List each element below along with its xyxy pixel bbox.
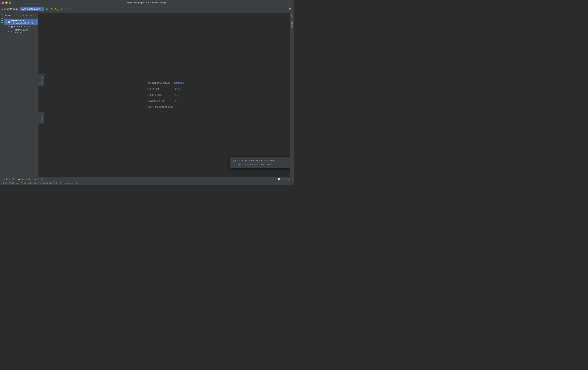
- build-button[interactable]: 🔨: [50, 7, 54, 11]
- todo-tab[interactable]: ☰ 6: TODO: [32, 177, 47, 181]
- main-content-area: Search Everywhere Double ⇧ Go to File ⇧⌘…: [38, 13, 294, 177]
- tree-item-external-libs[interactable]: ▶ 📚 External Libraries: [4, 25, 38, 28]
- panel-title: Project: [5, 14, 21, 17]
- toolbar: MyFirstPlugin Add Configuration... ▶ 🔨 🐛…: [0, 5, 294, 13]
- tree-item-scratches[interactable]: ▶ ✎ Scratches and Consoles: [4, 28, 38, 34]
- add-configuration-button[interactable]: Add Configuration...: [20, 7, 44, 11]
- library-icon: 📚: [10, 25, 13, 28]
- hint-search-everywhere: Search Everywhere Double ⇧: [147, 81, 185, 84]
- tree-label-root: MyFirstPlugin ~/Desktop/MyFirstPlugin: [11, 19, 36, 24]
- title-bar: MyFirstPlugin [~/Desktop/MyFirstPlugin]: [0, 0, 294, 5]
- luacheck-icon: 🌙: [18, 178, 20, 180]
- hint-label-nav: Navigation Bar: [147, 99, 172, 102]
- tree-arrow-external-libs: ▶: [8, 26, 10, 28]
- hint-label-drop: Drop files here to open: [147, 105, 174, 108]
- status-message: IntelliJ IDEA found a Gradle build scrip…: [1, 182, 293, 184]
- notification-title-row: ℹ IntelliJ IDEA found a Gradle build scr…: [233, 159, 287, 162]
- terminal-label: Terminal: [6, 178, 14, 180]
- maximize-button[interactable]: [9, 1, 11, 4]
- hint-label-goto: Go to File: [147, 87, 172, 90]
- terminal-icon: ⊡: [3, 178, 5, 180]
- event-log-label: Event Log: [281, 178, 290, 180]
- debug-button[interactable]: 🐛: [54, 7, 58, 11]
- notification-title: IntelliJ IDEA found a Gradle build scrip…: [235, 159, 274, 162]
- status-bar: IntelliJ IDEA found a Gradle build scrip…: [0, 181, 294, 185]
- coverage-button[interactable]: ⚡: [59, 7, 63, 11]
- skip-link[interactable]: Skip: [261, 163, 265, 166]
- structure-tab[interactable]: 2: Structure: [38, 74, 44, 86]
- hint-label-recent: Recent Files: [147, 93, 172, 96]
- app-name: MyFirstPlugin: [1, 8, 18, 10]
- event-log-tab[interactable]: 📋 Event Log: [276, 177, 293, 181]
- todo-icon: ☰: [34, 178, 36, 180]
- panel-layout-icon[interactable]: ⊟: [25, 14, 29, 17]
- notification-info-icon: ℹ: [233, 159, 234, 162]
- panel-close-icon[interactable]: ×: [34, 14, 37, 17]
- hint-navigation-bar: Navigation Bar ⌘↑: [147, 99, 185, 102]
- minimize-button[interactable]: [5, 1, 8, 4]
- terminal-tab[interactable]: ⊡ Terminal: [1, 177, 16, 181]
- coverage2-button[interactable]: ⊘: [68, 7, 72, 11]
- hint-recent-files: Recent Files ⌘E: [147, 93, 185, 96]
- panel-header-icons: ⊕ ⊟ ⚙ ×: [21, 14, 37, 17]
- tree-item-root[interactable]: ▶ 📁 MyFirstPlugin ~/Desktop/MyFirstPlugi…: [4, 19, 38, 25]
- help-link[interactable]: Help: [267, 163, 272, 166]
- scratches-icon: ✎: [10, 30, 13, 33]
- tree-arrow-root: ▶: [6, 21, 7, 23]
- luacheck-label: LuaCheck: [21, 178, 31, 180]
- panel-sync-icon[interactable]: ⊕: [21, 14, 24, 17]
- bottom-bar: ⊡ Terminal 🌙 LuaCheck ☰ 6: TODO 📋 Event …: [0, 177, 294, 181]
- sidebar-item-database[interactable]: Database: [291, 19, 294, 31]
- window-title: MyFirstPlugin [~/Desktop/MyFirstPlugin]: [127, 1, 167, 4]
- project-tree: ▶ 📁 MyFirstPlugin ~/Desktop/MyFirstPlugi…: [4, 18, 38, 177]
- search-everywhere-icon[interactable]: 🔍: [288, 7, 293, 11]
- sidebar-item-project[interactable]: 1: Project: [0, 13, 4, 24]
- tree-arrow-scratches: ▶: [8, 30, 10, 33]
- right-side-strip: Ant Database: [290, 13, 294, 177]
- profile-button[interactable]: ⊙: [63, 7, 67, 11]
- project-panel: Project ⊕ ⊟ ⚙ × ▶ 📁 MyFirstPlugin ~/Desk…: [4, 13, 38, 177]
- notification-actions: Import Gradle Project Skip Help: [233, 163, 287, 166]
- event-log-icon: 📋: [278, 178, 280, 180]
- luacheck-tab[interactable]: 🌙 LuaCheck: [16, 177, 33, 181]
- folder-icon: 📁: [8, 21, 10, 23]
- hint-shortcut-nav: ⌘↑: [174, 99, 178, 102]
- todo-label: 6: TODO: [37, 178, 45, 180]
- import-gradle-link[interactable]: Import Gradle Project: [237, 163, 258, 166]
- left-side-strip: 1: Project: [0, 13, 4, 177]
- project-panel-header: Project ⊕ ⊟ ⚙ ×: [4, 13, 38, 18]
- hint-shortcut-recent: ⌘E: [174, 93, 178, 96]
- hint-label-search: Search Everywhere: [147, 81, 172, 84]
- tree-label-scratches: Scratches and Consoles: [14, 29, 36, 34]
- hint-shortcut-search: Double ⇧: [174, 81, 185, 84]
- hint-go-to-file: Go to File ⇧⌘O: [147, 87, 185, 90]
- hint-drop-files: Drop files here to open: [147, 105, 185, 108]
- traffic-lights[interactable]: [2, 1, 11, 4]
- hint-shortcut-goto: ⇧⌘O: [174, 87, 181, 90]
- notification-popup: ℹ IntelliJ IDEA found a Gradle build scr…: [230, 157, 290, 168]
- tree-label-external-libs: External Libraries: [14, 25, 32, 28]
- run-button[interactable]: ▶: [45, 7, 49, 11]
- run-icons: ▶ 🔨 🐛 ⚡ ⊙ ⊘: [45, 7, 72, 11]
- panel-settings-icon[interactable]: ⚙: [30, 14, 33, 17]
- close-button[interactable]: [2, 1, 4, 4]
- favorites-tab[interactable]: 2: Favorites: [38, 112, 44, 124]
- sidebar-item-ant[interactable]: Ant: [291, 13, 294, 19]
- center-hints: Search Everywhere Double ⇧ Go to File ⇧⌘…: [147, 81, 185, 108]
